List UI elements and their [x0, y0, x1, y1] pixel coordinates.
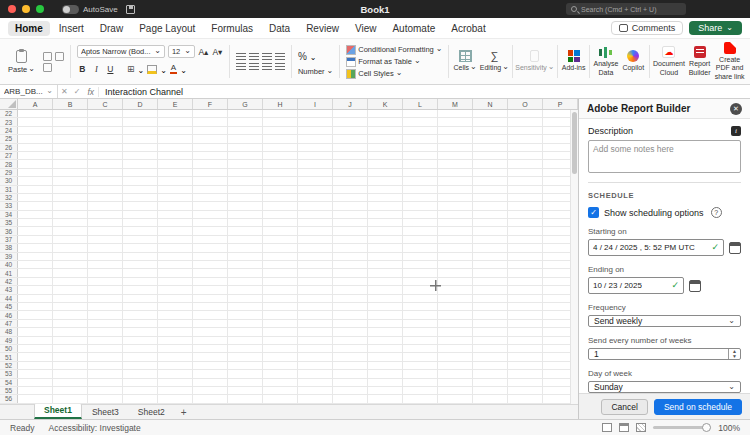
row-header-46[interactable]: 46: [0, 311, 18, 318]
row-header-51[interactable]: 51: [0, 353, 18, 360]
row-header-38[interactable]: 38: [0, 244, 18, 251]
font-size-select[interactable]: 12: [168, 45, 195, 58]
row-header-33[interactable]: 33: [0, 202, 18, 209]
row-header-54[interactable]: 54: [0, 379, 18, 386]
report-builder-button[interactable]: Report Builder: [686, 41, 713, 82]
row-cells[interactable]: [18, 387, 578, 394]
row-cells[interactable]: [18, 278, 578, 285]
tab-review[interactable]: Review: [299, 21, 346, 36]
align-center-button[interactable]: [249, 63, 259, 71]
cancel-button[interactable]: Cancel: [601, 399, 647, 415]
zoom-window-button[interactable]: [36, 5, 44, 13]
align-middle-button[interactable]: [249, 53, 259, 61]
row-header-50[interactable]: 50: [0, 345, 18, 352]
zoom-slider[interactable]: [653, 426, 711, 429]
normal-view-icon[interactable]: [602, 423, 612, 432]
format-painter-icon[interactable]: [43, 63, 52, 72]
cell-styles-button[interactable]: Cell Styles: [346, 69, 442, 79]
row-cells[interactable]: [18, 177, 578, 184]
percent-style-button[interactable]: %: [298, 51, 307, 62]
page-break-view-icon[interactable]: [636, 423, 646, 432]
share-button[interactable]: Share: [689, 21, 742, 35]
editing-button[interactable]: ∑ Editing: [479, 41, 510, 82]
wrap-text-button[interactable]: [275, 53, 285, 61]
align-top-button[interactable]: [236, 53, 246, 61]
row-header-29[interactable]: 29: [0, 169, 18, 176]
column-header-C[interactable]: C: [88, 99, 123, 109]
confirm-entry-icon[interactable]: [71, 87, 84, 96]
underline-button[interactable]: U: [105, 64, 116, 74]
add-ins-button[interactable]: Add-ins: [560, 41, 587, 82]
column-header-H[interactable]: H: [263, 99, 298, 109]
insert-function-button[interactable]: fx: [83, 87, 99, 97]
column-header-E[interactable]: E: [158, 99, 193, 109]
borders-button[interactable]: ⊞: [127, 65, 135, 74]
row-header-43[interactable]: 43: [0, 286, 18, 293]
row-cells[interactable]: [18, 152, 578, 159]
row-cells[interactable]: [18, 353, 578, 360]
show-scheduling-checkbox[interactable]: [588, 207, 599, 218]
tab-data[interactable]: Data: [262, 21, 297, 36]
row-cells[interactable]: [18, 269, 578, 276]
day-of-week-select[interactable]: Sunday: [588, 381, 741, 393]
vertical-scrollbar-thumb[interactable]: [572, 112, 577, 174]
row-header-41[interactable]: 41: [0, 269, 18, 276]
fill-color-button[interactable]: [147, 65, 157, 74]
row-header-27[interactable]: 27: [0, 152, 18, 159]
send-on-schedule-button[interactable]: Send on schedule: [654, 399, 742, 415]
row-cells[interactable]: [18, 337, 578, 344]
calendar-icon[interactable]: [729, 242, 741, 254]
row-cells[interactable]: [18, 118, 578, 125]
zoom-level[interactable]: 100%: [718, 423, 740, 433]
row-cells[interactable]: [18, 261, 578, 268]
row-cells[interactable]: [18, 160, 578, 167]
row-header-44[interactable]: 44: [0, 295, 18, 302]
row-cells[interactable]: [18, 320, 578, 327]
decrease-font-button[interactable]: A▾: [212, 47, 223, 57]
weeks-input[interactable]: 1 ▲ ▼: [588, 348, 741, 360]
select-all-corner[interactable]: [0, 99, 18, 109]
calendar-icon[interactable]: [689, 280, 701, 292]
row-header-56[interactable]: 56: [0, 395, 18, 402]
row-cells[interactable]: [18, 202, 578, 209]
cancel-entry-icon[interactable]: [58, 87, 71, 96]
tab-draw[interactable]: Draw: [93, 21, 130, 36]
column-header-M[interactable]: M: [438, 99, 473, 109]
conditional-formatting-button[interactable]: Conditional Formatting: [346, 45, 442, 55]
cells-button[interactable]: Cells: [451, 41, 478, 82]
row-header-26[interactable]: 26: [0, 144, 18, 151]
align-bottom-button[interactable]: [262, 53, 272, 61]
row-cells[interactable]: [18, 303, 578, 310]
formula-content[interactable]: Interaction Channel: [99, 87, 183, 97]
sensitivity-button[interactable]: Sensitivity: [515, 41, 555, 82]
row-header-42[interactable]: 42: [0, 278, 18, 285]
row-header-25[interactable]: 25: [0, 135, 18, 142]
ending-on-field[interactable]: 10 / 23 / 2025: [588, 277, 684, 294]
copilot-button[interactable]: Copilot: [620, 41, 647, 82]
search-input[interactable]: Search (Cmd + Ctrl + U): [566, 3, 686, 15]
font-color-button[interactable]: A: [170, 64, 177, 75]
row-cells[interactable]: [18, 345, 578, 352]
row-cells[interactable]: [18, 362, 578, 369]
tab-acrobat[interactable]: Acrobat: [444, 21, 492, 36]
row-header-47[interactable]: 47: [0, 320, 18, 327]
row-cells[interactable]: [18, 379, 578, 386]
row-cells[interactable]: [18, 227, 578, 234]
tab-page-layout[interactable]: Page Layout: [132, 21, 202, 36]
row-header-45[interactable]: 45: [0, 303, 18, 310]
column-header-P[interactable]: P: [543, 99, 578, 109]
info-icon[interactable]: [731, 126, 741, 136]
row-header-48[interactable]: 48: [0, 328, 18, 335]
row-header-53[interactable]: 53: [0, 370, 18, 377]
column-header-G[interactable]: G: [228, 99, 263, 109]
row-header-52[interactable]: 52: [0, 362, 18, 369]
document-cloud-button[interactable]: ☁ Document Cloud: [652, 41, 686, 82]
tab-view[interactable]: View: [348, 21, 384, 36]
close-panel-button[interactable]: [730, 103, 742, 115]
row-header-28[interactable]: 28: [0, 160, 18, 167]
tab-formulas[interactable]: Formulas: [204, 21, 260, 36]
tab-automate[interactable]: Automate: [385, 21, 442, 36]
name-box[interactable]: ARB_DB...: [0, 85, 58, 98]
column-header-F[interactable]: F: [193, 99, 228, 109]
column-header-K[interactable]: K: [368, 99, 403, 109]
